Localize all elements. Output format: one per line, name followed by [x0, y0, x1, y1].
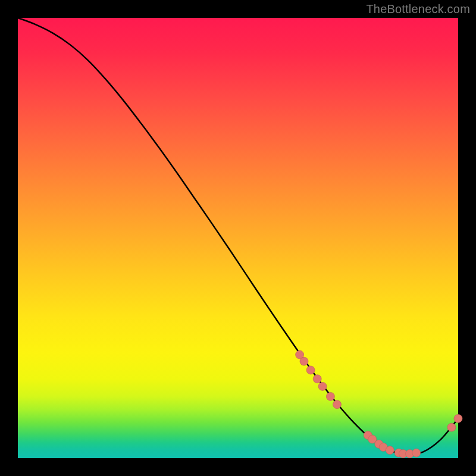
- curve-marker: [386, 446, 394, 455]
- curve-marker: [412, 449, 421, 457]
- curve-marker: [306, 366, 315, 374]
- curve-marker: [313, 375, 321, 383]
- curve-marker: [318, 382, 327, 390]
- curve-svg: [18, 18, 458, 458]
- watermark-text: TheBottleneck.com: [366, 2, 470, 16]
- curve-marker: [454, 414, 462, 422]
- curve-marker: [326, 392, 334, 400]
- chart-canvas: TheBottleneck.com: [0, 0, 476, 476]
- curve-marker: [333, 400, 342, 409]
- bottleneck-curve: [18, 18, 458, 455]
- curve-marker: [447, 423, 456, 431]
- curve-marker: [300, 357, 308, 365]
- plot-area: [18, 18, 458, 458]
